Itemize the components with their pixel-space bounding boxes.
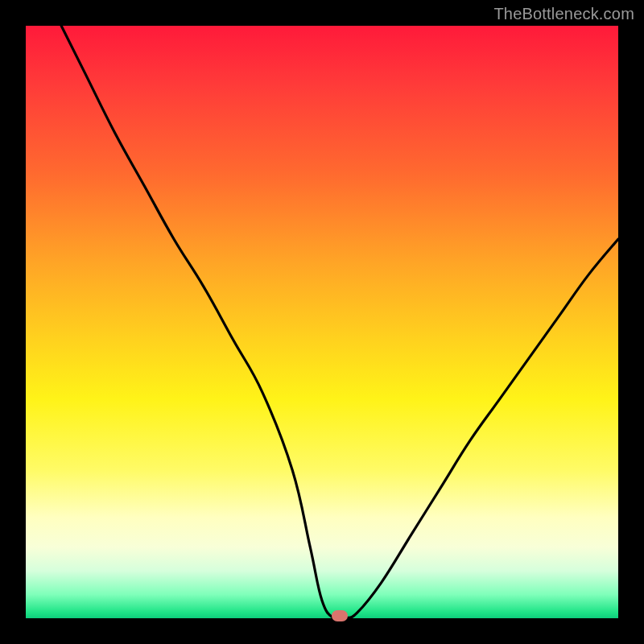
watermark-text: TheBottleneck.com (493, 5, 634, 23)
chart-frame: TheBottleneck.com (0, 0, 644, 644)
bottleneck-curve (26, 26, 618, 618)
plot-area (26, 26, 618, 618)
optimal-marker (332, 610, 348, 621)
